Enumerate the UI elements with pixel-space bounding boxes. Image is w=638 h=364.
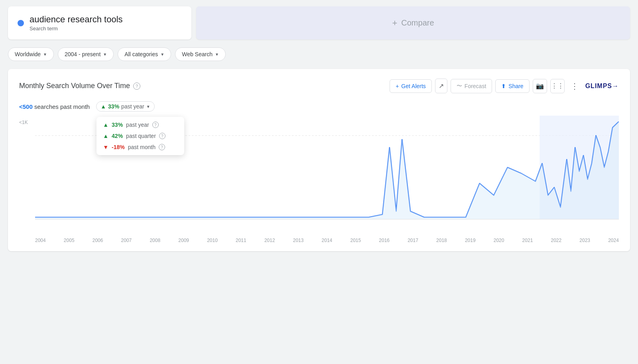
more-dots-icon: ⋮ [571,81,579,91]
quarter-percent: 42% [112,133,123,139]
x-label-2020: 2020 [494,238,504,243]
stats-area: <500 searches past month ▲ 33% past year… [19,101,619,112]
search-card: audience research tools Search term [8,6,191,39]
x-label-2022: 2022 [551,238,561,243]
search-type-chevron: ▼ [215,52,219,57]
dropdown-row-month: ▼ -18% past month ? [103,144,178,150]
forecast-label: Forecast [465,83,486,89]
period-label: 2004 - present [65,51,100,57]
searches-count: <500 [19,103,33,110]
quarter-arrow-icon: ▲ [103,133,108,139]
table-button[interactable]: ⋮⋮ [550,79,565,93]
get-alerts-label: Get Alerts [401,83,425,89]
period-filter[interactable]: 2004 - present ▼ [58,47,114,61]
period-chevron: ▼ [103,52,107,57]
chart-card: Monthly Search Volume Over Time ? + Get … [8,69,630,251]
x-label-2024: 2024 [608,238,619,243]
year-period: past year [126,122,149,128]
month-period: past month [128,144,156,150]
x-label-2006: 2006 [93,238,103,243]
year-percent: 33% [112,122,123,128]
month-help-icon[interactable]: ? [159,144,165,150]
compare-plus-icon: + [392,18,397,28]
table-icon: ⋮⋮ [551,82,564,90]
chart-title: Monthly Search Volume Over Time [19,82,130,90]
compare-card[interactable]: + Compare [196,6,630,39]
x-label-2014: 2014 [322,238,333,243]
x-label-2015: 2015 [350,238,361,243]
chart-header: Monthly Search Volume Over Time ? + Get … [19,79,619,93]
glimpse-text: GLIMPS [585,83,612,89]
trend-dropdown: ▲ 33% past year ? ▲ 42% past quarter ? ▼… [96,117,184,155]
searches-suffix: searches past month [34,103,90,110]
search-info: audience research tools Search term [30,14,123,31]
chart-actions: + Get Alerts ↗ 〜 Forecast ⬆ Share 📷 [390,79,619,93]
x-label-2016: 2016 [379,238,390,243]
trend-arrow-icon: ▲ [100,103,106,110]
dropdown-row-year: ▲ 33% past year ? [103,122,178,128]
search-term-title: audience research tools [30,14,123,25]
location-filter[interactable]: Worldwide ▼ [8,47,54,61]
quarter-help-icon[interactable]: ? [159,133,165,139]
glimpse-arrow-icon: → [612,83,619,89]
external-link-icon: ↗ [439,82,444,90]
search-term-label: Search term [30,26,123,31]
x-label-2005: 2005 [64,238,75,243]
year-help-icon[interactable]: ? [152,122,159,128]
x-label-2023: 2023 [579,238,590,243]
main-container: audience research tools Search term + Co… [8,6,630,251]
camera-button[interactable]: 📷 [533,79,547,93]
x-label-2018: 2018 [436,238,447,243]
x-label-2013: 2013 [293,238,304,243]
forecast-button[interactable]: 〜 Forecast [451,79,492,93]
share-button[interactable]: ⬆ Share [495,79,529,93]
forecast-wave-icon: 〜 [457,83,462,90]
trend-percent: 33% [108,103,119,110]
quarter-period: past quarter [126,133,156,139]
filters-row: Worldwide ▼ 2004 - present ▼ All categor… [8,44,630,64]
x-axis: 2004 2005 2006 2007 2008 2009 2010 2011 … [35,238,619,243]
compare-text: Compare [401,18,434,28]
year-arrow-icon: ▲ [103,122,108,128]
trend-chevron-icon: ▼ [146,104,150,109]
chart-help-icon[interactable]: ? [133,83,140,90]
get-alerts-icon: + [396,83,399,89]
y-axis-label: <1K [19,120,28,125]
month-percent: -18% [112,144,125,150]
trend-badge[interactable]: ▲ 33% past year ▼ ▲ 33% past year ? ▲ 42… [96,101,154,112]
month-arrow-icon: ▼ [103,144,108,150]
x-label-2021: 2021 [522,238,533,243]
x-label-2007: 2007 [121,238,132,243]
dropdown-row-quarter: ▲ 42% past quarter ? [103,133,178,139]
x-label-2004: 2004 [35,238,46,243]
location-chevron: ▼ [43,52,47,57]
location-label: Worldwide [15,51,41,57]
x-label-2011: 2011 [236,238,246,243]
x-label-2008: 2008 [150,238,160,243]
search-type-filter[interactable]: Web Search ▼ [175,47,226,61]
external-link-button[interactable]: ↗ [435,79,447,93]
x-label-2010: 2010 [207,238,218,243]
more-options-button[interactable]: ⋮ [568,79,582,93]
x-label-2019: 2019 [465,238,476,243]
glimpse-logo[interactable]: GLIMPS→ [585,83,619,90]
category-chevron: ▼ [160,52,164,57]
searches-stat: <500 searches past month [19,103,90,110]
trend-period: past year [121,103,144,110]
search-type-label: Web Search [182,51,213,57]
category-filter[interactable]: All categories ▼ [118,47,171,61]
camera-icon: 📷 [536,82,544,90]
get-alerts-button[interactable]: + Get Alerts [390,79,432,93]
x-label-2012: 2012 [264,238,275,243]
category-label: All categories [124,51,158,57]
top-row: audience research tools Search term + Co… [8,6,630,39]
share-label: Share [508,83,523,89]
x-label-2009: 2009 [178,238,189,243]
chart-title-area: Monthly Search Volume Over Time ? [19,82,140,90]
share-icon: ⬆ [501,83,506,89]
search-dot [18,20,24,26]
x-label-2017: 2017 [408,238,418,243]
